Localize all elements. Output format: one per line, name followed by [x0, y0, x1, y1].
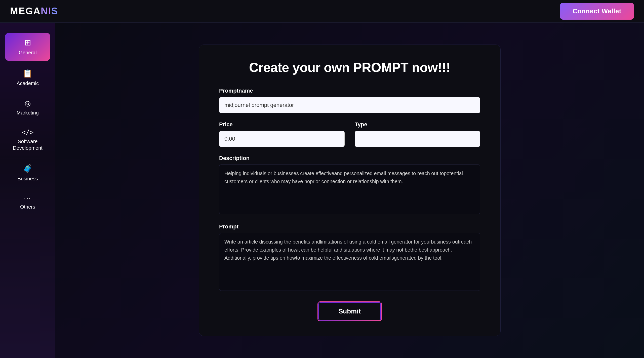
sidebar-label-business: Business: [17, 175, 38, 182]
form-card: Create your own PROMPT now!!! Promptname…: [199, 45, 501, 336]
general-icon: ⊞: [24, 38, 31, 47]
promptname-input[interactable]: [219, 97, 480, 113]
sidebar-item-business[interactable]: 🧳 Business: [5, 159, 50, 187]
price-input[interactable]: [219, 131, 345, 147]
academic-icon: 📋: [23, 68, 33, 78]
content-area: Create your own PROMPT now!!! Promptname…: [55, 23, 644, 358]
sidebar-label-marketing: Marketing: [17, 109, 39, 116]
logo: MEGANIS: [10, 6, 58, 17]
price-group: Price: [219, 121, 345, 147]
sidebar-label-academic: Academic: [17, 80, 39, 87]
prompt-group: Prompt Write an article discussing the b…: [219, 223, 480, 292]
submit-button[interactable]: Submit: [318, 302, 381, 321]
description-group: Description Helping individuals or busin…: [219, 155, 480, 215]
sidebar-item-others[interactable]: ··· Others: [5, 189, 50, 215]
sidebar-item-academic[interactable]: 📋 Academic: [5, 63, 50, 92]
main-layout: ⊞ General 📋 Academic ◎ Marketing </> Sof…: [0, 23, 644, 358]
sidebar-item-general[interactable]: ⊞ General: [5, 33, 50, 61]
promptname-label: Promptname: [219, 88, 480, 94]
sidebar-label-others: Others: [20, 204, 35, 210]
sidebar-item-software-development[interactable]: </> Software Development: [5, 124, 50, 156]
description-textarea[interactable]: Helping individuals or businesses create…: [219, 165, 480, 214]
price-type-row: Price Type: [219, 121, 480, 147]
others-icon: ···: [24, 194, 31, 202]
connect-wallet-button[interactable]: Connect Wallet: [560, 3, 634, 20]
form-title: Create your own PROMPT now!!!: [219, 60, 480, 75]
code-icon: </>: [22, 129, 34, 136]
promptname-group: Promptname: [219, 88, 480, 113]
marketing-icon: ◎: [25, 99, 31, 107]
header: MEGANIS Connect Wallet: [0, 0, 644, 23]
prompt-label: Prompt: [219, 223, 480, 230]
prompt-textarea[interactable]: Write an article discussing the benefits…: [219, 233, 480, 291]
type-input[interactable]: [355, 131, 480, 147]
sidebar: ⊞ General 📋 Academic ◎ Marketing </> Sof…: [0, 23, 55, 358]
sidebar-label-software-development: Software Development: [13, 138, 43, 151]
price-label: Price: [219, 121, 345, 128]
type-label: Type: [355, 121, 480, 128]
business-icon: 🧳: [23, 164, 33, 173]
description-label: Description: [219, 155, 480, 162]
sidebar-label-general: General: [19, 49, 36, 56]
sidebar-item-marketing[interactable]: ◎ Marketing: [5, 94, 50, 121]
logo-text: MEGANIS: [10, 6, 58, 17]
type-group: Type: [355, 121, 480, 147]
